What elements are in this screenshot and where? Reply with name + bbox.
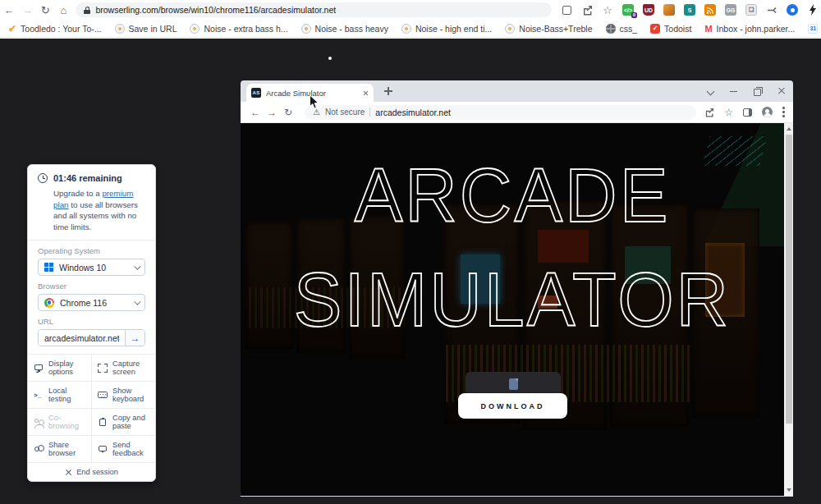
vm-close-icon[interactable] xyxy=(777,86,787,96)
vm-back-icon[interactable]: ← xyxy=(247,104,264,121)
chevron-down-icon xyxy=(134,263,140,269)
vm-address-bar[interactable]: ⚠ Not secure arcadesimulator.net xyxy=(305,105,696,120)
globe-icon xyxy=(190,24,200,34)
display-options-button[interactable]: Display options xyxy=(28,355,91,381)
co-browsing-button[interactable]: Co-browsing xyxy=(28,409,91,435)
file-icon xyxy=(509,378,518,390)
vm-scrollbar-thumb[interactable] xyxy=(786,135,792,424)
vm-tab-title: Arcade Simulator xyxy=(266,89,358,98)
download-button[interactable]: DOWNLOAD xyxy=(458,393,567,419)
remote-dot xyxy=(328,57,332,60)
panel-actions: Display options Capture screen >_Local t… xyxy=(28,354,155,481)
browser-select[interactable]: Chrome 116 xyxy=(38,294,145,311)
todoist-icon: ✓ xyxy=(650,24,660,34)
vm-security-label: Not secure xyxy=(325,108,365,117)
reload-icon[interactable]: ↻ xyxy=(36,2,54,18)
vm-reload-icon[interactable]: ↻ xyxy=(280,104,296,121)
users-icon xyxy=(34,418,44,427)
sneaker-extension-icon[interactable] xyxy=(661,2,677,17)
bookmark-toodledo[interactable]: ✔Toodledo : Your To-... xyxy=(8,23,102,34)
url-label: URL xyxy=(38,317,145,326)
gg-extension-icon[interactable]: GG xyxy=(722,2,739,17)
vm-tab-arcade-simulator[interactable]: AS Arcade Simulator xyxy=(246,84,374,102)
link-icon xyxy=(34,445,44,454)
scroll-up-icon[interactable] xyxy=(787,127,791,131)
monitor-icon xyxy=(34,364,44,373)
compass-extension-icon[interactable] xyxy=(784,2,800,17)
vm-scrollbar[interactable] xyxy=(784,123,793,496)
brackets-extension-icon[interactable]: ❏ xyxy=(743,2,759,17)
download-tooltip xyxy=(466,372,561,396)
capture-screen-button[interactable]: Capture screen xyxy=(92,355,155,381)
vm-toolbar: ← → ↻ ⚠ Not secure arcadesimulator.net ☆ xyxy=(241,102,793,123)
session-timer-section: 01:46 remaining Upgrade to a premium pla… xyxy=(28,165,155,241)
clock-icon xyxy=(38,173,48,183)
send-feedback-button[interactable]: Send feedback xyxy=(92,436,155,462)
address-url: browserling.com/browse/win10/chrome116/a… xyxy=(95,5,336,15)
vm-profile-avatar[interactable] xyxy=(762,107,773,117)
share-icon[interactable] xyxy=(579,2,595,17)
vm-tab-close-icon[interactable] xyxy=(363,90,369,96)
browser-label: Browser xyxy=(38,282,145,291)
shield-extension-icon[interactable]: UD xyxy=(640,2,657,17)
clipboard-icon xyxy=(98,418,108,427)
home-icon[interactable]: ⌂ xyxy=(54,2,72,18)
bookmark-noise-bass-treble[interactable]: Noise-Bass+Treble xyxy=(505,24,592,34)
save-page-icon[interactable] xyxy=(558,2,575,17)
site-title-line1: ARCADE xyxy=(241,158,784,233)
back-icon[interactable]: ← xyxy=(0,2,18,18)
bookmark-noise-extra-bass[interactable]: Noise - extra bass h... xyxy=(190,24,287,34)
url-input[interactable] xyxy=(39,330,125,346)
browserling-control-panel: 01:46 remaining Upgrade to a premium pla… xyxy=(27,164,156,482)
bookmark-inbox[interactable]: MInbox - john.parker... xyxy=(704,24,795,34)
browser-toolbar: ← → ↻ ⌂ browserling.com/browse/win10/chr… xyxy=(0,0,821,20)
code-extension-icon[interactable]: </>0 xyxy=(620,2,636,17)
bookmark-noise-bass-heavy[interactable]: Noise - bass heavy xyxy=(301,24,388,34)
go-button[interactable]: → xyxy=(125,330,144,346)
stylus-extension-icon[interactable]: S xyxy=(681,2,698,17)
forward-icon[interactable]: → xyxy=(18,2,36,18)
globe-icon xyxy=(115,24,125,34)
bookmark-todoist[interactable]: ✓Todoist xyxy=(650,24,691,34)
address-bar[interactable]: browserling.com/browse/win10/chrome116/a… xyxy=(76,2,552,17)
vm-minimize-icon[interactable] xyxy=(729,86,739,96)
bookmark-google-calendar[interactable]: 31Google Calendar xyxy=(808,24,821,34)
remote-desktop: AS Arcade Simulator ← → ↻ ⚠ Not secure a… xyxy=(0,39,821,504)
close-icon xyxy=(65,469,71,475)
vm-new-tab-icon[interactable] xyxy=(384,87,392,95)
show-keyboard-button[interactable]: Show keyboard xyxy=(92,382,155,408)
vm-menu-icon[interactable] xyxy=(782,107,785,117)
browser-value: Chrome 116 xyxy=(60,298,128,308)
terminal-icon: >_ xyxy=(34,391,44,400)
vm-side-panel-icon[interactable] xyxy=(743,108,752,117)
bookmarks-bar: ✔Toodledo : Your To-... Save in URL Nois… xyxy=(0,20,821,38)
site-title-line2: SIMULATOR xyxy=(241,263,784,338)
bookmark-save-in-url[interactable]: Save in URL xyxy=(115,24,177,34)
globe-icon xyxy=(301,24,311,34)
globe-icon xyxy=(401,24,411,34)
vm-share-icon[interactable] xyxy=(704,108,714,117)
vm-restore-icon[interactable] xyxy=(753,86,763,96)
copy-paste-button[interactable]: Copy and paste xyxy=(92,409,155,435)
lightning-icon[interactable] xyxy=(805,2,821,17)
globe-icon xyxy=(505,24,515,34)
warning-icon: ⚠ xyxy=(313,108,320,117)
bookmark-css[interactable]: css_ xyxy=(606,24,638,34)
extension-badge: 0 xyxy=(631,12,637,18)
vm-tab-favicon: AS xyxy=(251,88,261,98)
bookmark-star-icon[interactable]: ☆ xyxy=(599,2,616,17)
vm-forward-icon[interactable]: → xyxy=(264,104,280,121)
vm-bookmark-star-icon[interactable]: ☆ xyxy=(724,107,733,118)
share-browser-button[interactable]: Share browser xyxy=(28,436,91,462)
os-select[interactable]: Windows 10 xyxy=(38,259,145,276)
vm-tab-search-icon[interactable] xyxy=(705,86,715,96)
gmail-icon: M xyxy=(704,24,712,34)
upgrade-text: Upgrade to a premium plan to use all bro… xyxy=(53,188,145,232)
pipe-extension-icon[interactable] xyxy=(764,2,780,17)
scroll-down-icon[interactable] xyxy=(787,488,791,492)
chevron-down-icon xyxy=(134,298,140,305)
local-testing-button[interactable]: >_Local testing xyxy=(28,382,91,408)
rss-extension-icon[interactable] xyxy=(702,2,718,17)
end-session-button[interactable]: End session xyxy=(28,463,155,481)
bookmark-noise-high-end[interactable]: Noise - high end ti... xyxy=(401,24,492,34)
